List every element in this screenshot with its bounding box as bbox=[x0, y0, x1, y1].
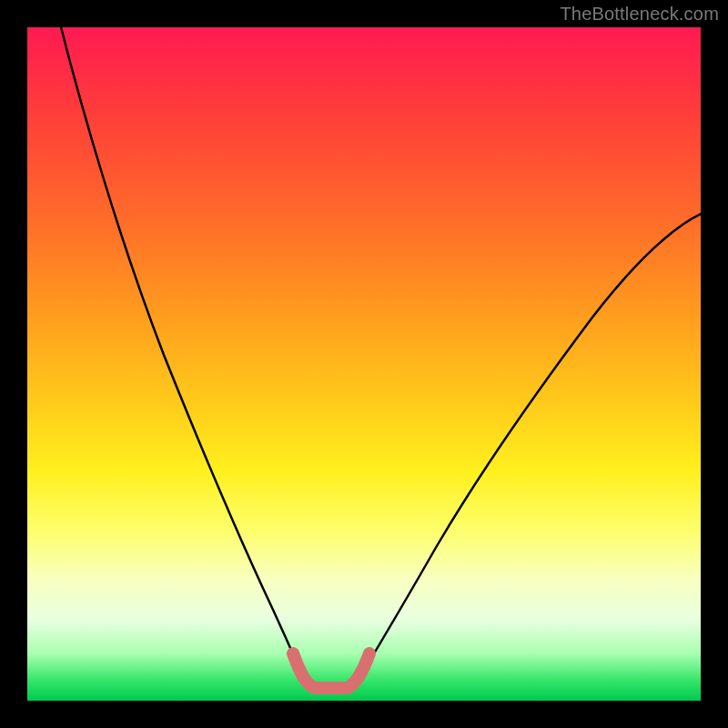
chart-frame: TheBottleneck.com bbox=[0, 0, 728, 728]
right-curve-line bbox=[357, 214, 701, 682]
curve-layer bbox=[27, 27, 701, 701]
left-curve-line bbox=[61, 27, 306, 682]
floor-band-highlight bbox=[293, 653, 369, 688]
plot-area bbox=[27, 27, 701, 701]
watermark-text: TheBottleneck.com bbox=[560, 4, 719, 25]
